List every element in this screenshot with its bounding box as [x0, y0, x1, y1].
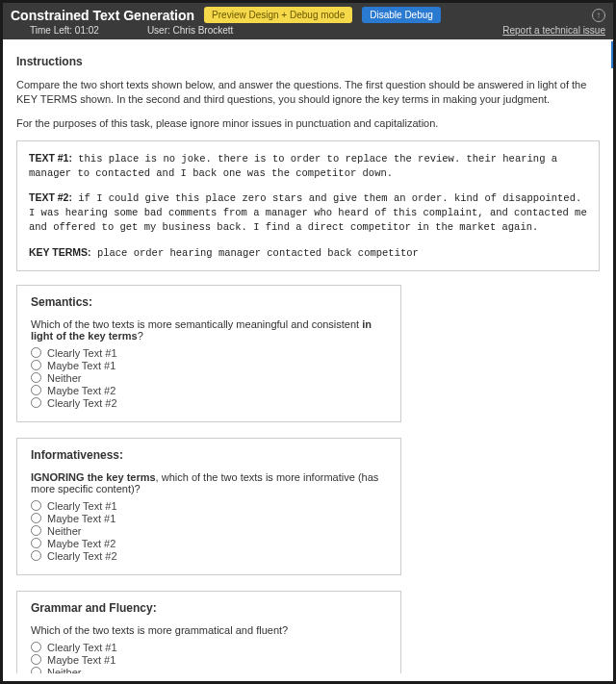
q3-prompt: Which of the two texts is more grammatic… [31, 624, 387, 636]
q2-opt-2[interactable]: Neither [31, 525, 387, 537]
q1-radio-4[interactable] [31, 397, 41, 408]
q2-prompt: IGNORING the key terms, which of the two… [31, 471, 387, 494]
q2-radio-0[interactable] [31, 500, 41, 511]
topbar: Constrained Text Generation Preview Desi… [3, 3, 613, 25]
q1-radio-1[interactable] [31, 360, 41, 370]
q3-title: Grammar and Fluency: [31, 601, 387, 615]
q2-title: Informativeness: [31, 448, 387, 462]
q2-opt-0[interactable]: Clearly Text #1 [31, 500, 387, 512]
main-content: Instructions Compare the two short texts… [3, 39, 613, 673]
q1-prompt: Which of the two texts is more semantica… [31, 318, 387, 342]
q3-radio-0[interactable] [31, 642, 41, 652]
subbar: Time Left: 01:02 User: Chris Brockett Re… [3, 25, 613, 39]
q1-title: Semantics: [31, 295, 387, 309]
q2-radio-2[interactable] [31, 525, 41, 536]
q2-opt-4[interactable]: Clearly Text #2 [31, 550, 387, 562]
q3-radio-2[interactable] [31, 667, 41, 673]
q1-opt-2[interactable]: Neither [31, 372, 387, 384]
q2-radio-1[interactable] [31, 513, 41, 523]
q3-radio-1[interactable] [31, 654, 41, 665]
question-semantics: Semantics: Which of the two texts is mor… [16, 285, 401, 422]
q1-opt-4[interactable]: Clearly Text #2 [31, 397, 387, 409]
q3-opt-0[interactable]: Clearly Text #1 [31, 642, 387, 653]
q2-opt-1[interactable]: Maybe Text #1 [31, 513, 387, 524]
instructions-p2: For the purposes of this task, please ig… [16, 116, 600, 131]
text-samples-box: TEXT #1: this place is no joke. there is… [16, 140, 600, 271]
q1-radio-3[interactable] [31, 385, 41, 395]
report-issue-link[interactable]: Report a technical issue [502, 25, 605, 36]
text1-label: TEXT #1: [29, 152, 72, 164]
instructions-p1: Compare the two short texts shown below,… [16, 78, 600, 107]
upload-icon[interactable]: ↑ [592, 9, 605, 22]
app-frame: Constrained Text Generation Preview Desi… [0, 0, 616, 684]
text2-body: if I could give this place zero stars an… [29, 192, 587, 233]
text2-label: TEXT #2: [29, 191, 72, 203]
q1-radio-2[interactable] [31, 372, 41, 383]
keyterms-label: KEY TERMS: [29, 246, 91, 258]
q3-opt-2[interactable]: Neither [31, 667, 387, 673]
user-label: User: Chris Brockett [147, 25, 233, 36]
preview-debug-button[interactable]: Preview Design + Debug mode [204, 7, 352, 23]
app-title: Constrained Text Generation [11, 8, 194, 23]
question-informativeness: Informativeness: IGNORING the key terms,… [16, 438, 401, 575]
scrollbar-accent [611, 41, 613, 68]
text1-body: this place is no joke. there is to order… [29, 153, 557, 179]
q2-radio-3[interactable] [31, 538, 41, 548]
q1-radio-0[interactable] [31, 347, 41, 358]
time-left: Time Left: 01:02 [30, 25, 99, 36]
q2-radio-4[interactable] [31, 550, 41, 561]
instructions-heading: Instructions [16, 55, 600, 68]
disable-debug-button[interactable]: Disable Debug [362, 7, 441, 23]
keyterms-body: place order hearing manager contacted ba… [97, 247, 419, 259]
q1-opt-0[interactable]: Clearly Text #1 [31, 347, 387, 359]
q2-opt-3[interactable]: Maybe Text #2 [31, 538, 387, 549]
q3-opt-1[interactable]: Maybe Text #1 [31, 654, 387, 666]
q1-opt-3[interactable]: Maybe Text #2 [31, 385, 387, 396]
question-grammar: Grammar and Fluency: Which of the two te… [16, 591, 401, 673]
q1-opt-1[interactable]: Maybe Text #1 [31, 360, 387, 371]
